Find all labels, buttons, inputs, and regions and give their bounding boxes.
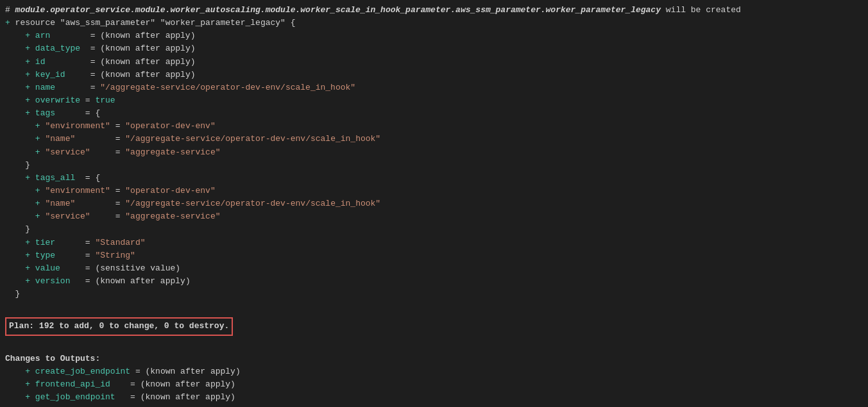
equals: = (85, 276, 96, 286)
plus-icon: + (35, 147, 40, 157)
equals: = (130, 379, 140, 389)
resource-open-text: resource "aws_ssm_parameter" "worker_par… (10, 18, 296, 28)
tags-all-env-value: "operator-dev-env" (125, 186, 215, 195)
tags-all-service-line: + "service" = "aggregate-service" (5, 210, 863, 223)
output-get-key: get_job_endpoint (35, 392, 115, 402)
value-line: + value = (sensitive value) (5, 262, 863, 275)
plus-icon: + (15, 57, 30, 67)
plus-icon: + (15, 263, 30, 273)
changes-heading-line: Changes to Outputs: (5, 353, 863, 365)
resource-open-line: + resource "aws_ssm_parameter" "worker_p… (5, 17, 863, 29)
equals: = (115, 186, 126, 195)
overwrite-line: + overwrite = true (5, 94, 863, 107)
output-create-value: (known after apply) (145, 367, 240, 376)
plus-icon: + (15, 379, 30, 389)
version-value: (known after apply) (95, 276, 190, 286)
equals: = (130, 392, 140, 402)
data-type-line: + data_type = (known after apply) (5, 42, 863, 55)
tags-all-service-value: "aggregate-service" (125, 212, 220, 221)
key-id-key: key_id (35, 70, 65, 79)
equals: = (115, 199, 126, 208)
changes-heading: Changes to Outputs: (5, 354, 100, 363)
close-brace: } (25, 160, 30, 170)
tier-value: "Standard" (95, 238, 145, 247)
equals: = (85, 31, 100, 40)
plus-icon: + (35, 121, 40, 131)
output-frontend-value: (known after apply) (140, 379, 235, 389)
plus-icon: + (15, 367, 30, 376)
tags-env-line: + "environment" = "operator-dev-env" (5, 120, 863, 133)
tier-line: + tier = "Standard" (5, 237, 863, 249)
plan-box: Plan: 192 to add, 0 to change, 0 to dest… (5, 317, 233, 335)
id-key: id (35, 57, 46, 67)
output-create-key: create_job_endpoint (35, 367, 130, 376)
arn-line: + arn = (known after apply) (5, 29, 863, 42)
comment-hash: # (5, 5, 15, 15)
tags-all-service-key: "service" (45, 212, 90, 221)
equals: = (115, 147, 126, 157)
tags-all-close-line: } (5, 223, 863, 236)
open-brace: { (95, 108, 100, 118)
name-key: name (35, 83, 55, 92)
blank-line-1 (5, 301, 863, 313)
tags-all-open-line: + tags_all = { (5, 172, 863, 185)
data-type-value: (known after apply) (100, 44, 195, 53)
version-key: version (35, 276, 71, 286)
plus-icon: + (15, 251, 30, 260)
data-type-key: data_type (35, 44, 80, 53)
type-line: + type = "String" (5, 249, 863, 262)
value-val: (sensitive value) (95, 263, 180, 273)
tags-name-key: "name" (45, 134, 75, 144)
plus-icon: + (35, 186, 40, 195)
resource-path: module.operator_service.module.worker_au… (15, 5, 661, 15)
tags-name-line: + "name" = "/aggregate-service/operator-… (5, 133, 863, 145)
version-line: + version = (known after apply) (5, 275, 863, 288)
equals: = (115, 212, 126, 221)
plus-icon: + (15, 173, 30, 183)
plan-text-value: 192 to add, 0 to change, 0 to destroy. (39, 321, 229, 331)
plus-icon: + (15, 83, 30, 92)
output-get-job-line: + get_job_endpoint = (known after apply) (5, 391, 863, 404)
tags-env-key: "environment" (45, 121, 110, 131)
plan-section: Plan: 192 to add, 0 to change, 0 to dest… (5, 313, 233, 339)
equals: = (85, 263, 96, 273)
tags-open-line: + tags = { (5, 107, 863, 120)
output-create-job-line: + create_job_endpoint = (known after app… (5, 365, 863, 378)
equals: = (85, 251, 96, 260)
plus-icon: + (5, 18, 10, 28)
equals: = (115, 121, 126, 131)
plus-icon: + (15, 392, 30, 402)
tags-all-env-key: "environment" (45, 186, 110, 195)
output-get-value: (known after apply) (140, 392, 235, 402)
equals: = (85, 108, 96, 118)
overwrite-value: true (95, 96, 115, 105)
tags-all-name-value: "/aggregate-service/operator-dev-env/sca… (125, 199, 380, 208)
plus-icon: + (15, 44, 30, 53)
terminal-output: # module.operator_service.module.worker_… (0, 0, 868, 407)
tier-key: tier (35, 238, 55, 247)
tags-close-line: } (5, 159, 863, 172)
output-frontend-key: frontend_api_id (35, 379, 110, 389)
type-value: "String" (95, 251, 135, 260)
plus-icon: + (15, 238, 30, 247)
equals: = (85, 238, 96, 247)
tags-env-value: "operator-dev-env" (125, 121, 215, 131)
equals: = (85, 57, 100, 67)
equals: = (85, 83, 100, 92)
tags-all-key: tags_all (35, 173, 75, 183)
tags-service-line: + "service" = "aggregate-service" (5, 146, 863, 159)
key-id-value: (known after apply) (100, 70, 195, 79)
equals: = (135, 367, 146, 376)
id-value: (known after apply) (100, 57, 195, 67)
plus-icon: + (15, 276, 30, 286)
plus-icon: + (35, 212, 40, 221)
equals: = (85, 173, 96, 183)
close-brace: } (25, 224, 30, 234)
tags-service-key: "service" (45, 147, 90, 157)
arn-value: (known after apply) (100, 31, 195, 40)
plus-icon: + (15, 70, 30, 79)
plan-value: 192 to add, 0 to change, 0 to destroy. (34, 321, 229, 331)
close-brace: } (15, 289, 21, 299)
plan-label: Plan: (9, 321, 34, 331)
open-brace: { (95, 173, 100, 183)
